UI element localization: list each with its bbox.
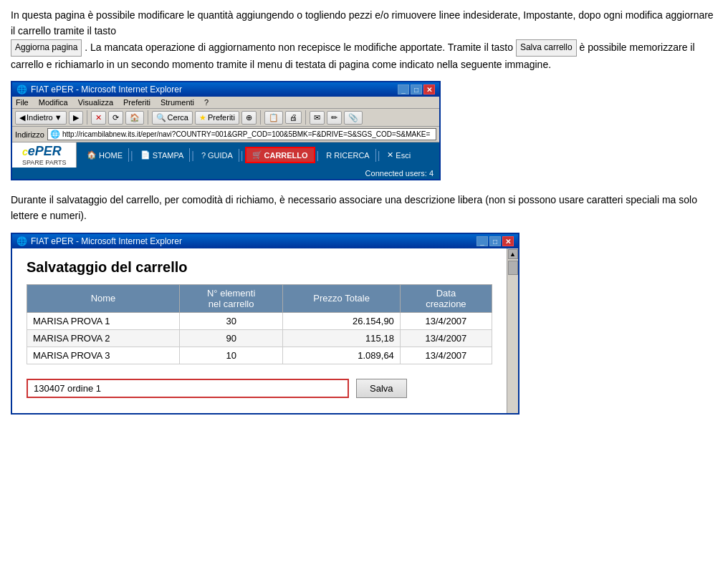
print-btn[interactable]: 🖨 xyxy=(285,111,302,124)
stop-icon: ✕ xyxy=(95,113,102,122)
aggiorna-pagina-btn[interactable]: Aggiorna pagina xyxy=(11,39,82,56)
col-nome: Nome xyxy=(27,284,180,312)
favorites-label: Preferiti xyxy=(208,113,235,122)
row3-prezzo: 1.089,64 xyxy=(283,347,401,364)
home-btn[interactable]: 🏠 xyxy=(125,111,144,125)
nav-carrello[interactable]: 🛒 CARRELLO xyxy=(245,147,315,163)
scroll-thumb[interactable] xyxy=(508,261,518,275)
connected-users-label: Connected users: 4 xyxy=(365,169,434,178)
nav-ricerca[interactable]: R RICERCA xyxy=(320,149,375,162)
browser-screenshot-2: 🌐 FIAT ePER - Microsoft Internet Explore… xyxy=(11,233,519,415)
address-url: http://ricambilabnew.its.it/eper/navi?CO… xyxy=(62,130,430,138)
media-btn[interactable]: ⊕ xyxy=(241,111,257,125)
window-controls-1: _ □ ✕ xyxy=(398,84,435,95)
back-btn[interactable]: ◀ Indietro ▼ xyxy=(15,111,67,125)
help-nav-icon: ? xyxy=(201,151,206,160)
refresh-icon: ⟳ xyxy=(112,113,119,122)
row1-prezzo: 26.154,90 xyxy=(283,312,401,329)
nav-guida[interactable]: ? GUIDA xyxy=(196,149,239,162)
clip-icon: 📎 xyxy=(348,113,358,122)
history-icon: 📋 xyxy=(269,113,279,122)
spare-parts-label: SPARE PARTS xyxy=(18,159,70,166)
print-nav-icon: 📄 xyxy=(140,150,150,160)
nav-stampa-label: STAMPA xyxy=(153,151,184,160)
close-btn-2[interactable]: ✕ xyxy=(502,236,514,246)
back-label: Indietro xyxy=(27,113,53,122)
extra-btn-2[interactable]: 📎 xyxy=(344,111,363,125)
home-icon: 🏠 xyxy=(130,113,140,122)
nav-stampa[interactable]: 📄 STAMPA xyxy=(135,148,191,162)
window-controls-2: _ □ ✕ xyxy=(476,236,514,246)
toolbar-sep-4 xyxy=(305,110,306,125)
col-elementi: N° elementinel carrello xyxy=(179,284,282,312)
scroll-up-btn[interactable]: ▲ xyxy=(508,249,518,259)
menu-modifica[interactable]: Modifica xyxy=(39,98,68,107)
maximize-btn-2[interactable]: □ xyxy=(489,236,501,246)
save-name-input[interactable] xyxy=(27,379,349,398)
favorites-btn[interactable]: ★ Preferiti xyxy=(195,111,239,125)
back-dropdown-icon: ▼ xyxy=(54,113,62,122)
saved-carts-table: Nome N° elementinel carrello Prezzo Tota… xyxy=(27,284,492,364)
home-nav-icon: 🏠 xyxy=(87,150,97,160)
row2-prezzo: 115,18 xyxy=(283,329,401,347)
extra-btn-1[interactable]: ✏ xyxy=(327,111,342,125)
row1-nome: MARISA PROVA 1 xyxy=(27,312,180,329)
eper-logo: cePER xyxy=(18,144,70,159)
minimize-btn-2[interactable]: _ xyxy=(476,236,488,246)
address-bar-1: Indirizzo 🌐 http://ricambilabnew.its.it/… xyxy=(12,127,439,142)
star-icon: ★ xyxy=(199,113,206,122)
stop-btn[interactable]: ✕ xyxy=(91,111,106,125)
toolbar-sep-2 xyxy=(148,110,148,125)
mail-btn[interactable]: ✉ xyxy=(310,111,325,125)
browser-title-2: FIAT ePER - Microsoft Internet Explorer xyxy=(31,236,182,246)
browser-screenshot-1: 🌐 FIAT ePER - Microsoft Internet Explore… xyxy=(11,81,441,180)
mail-icon: ✉ xyxy=(314,113,320,122)
refresh-btn[interactable]: ⟳ xyxy=(108,111,123,125)
browser-titlebar-2: 🌐 FIAT ePER - Microsoft Internet Explore… xyxy=(12,234,518,248)
browser-title-1: FIAT ePER - Microsoft Internet Explorer xyxy=(31,84,182,95)
row2-elementi: 90 xyxy=(179,329,282,347)
nav-esci[interactable]: ✕ Esci xyxy=(381,148,416,162)
menu-preferiti[interactable]: Preferiti xyxy=(123,98,150,107)
toolbar-sep-1 xyxy=(87,110,87,125)
col-data: Datacreazione xyxy=(400,284,492,312)
nav-home[interactable]: 🏠 HOME xyxy=(81,148,129,162)
nav-carrello-label: CARRELLO xyxy=(264,151,308,160)
browser-icon-2: 🌐 xyxy=(16,236,27,246)
print-icon: 🖨 xyxy=(289,113,297,122)
toolbar-sep-3 xyxy=(260,110,261,125)
modal-content-area: Salvataggio del carrello Nome N° element… xyxy=(12,248,507,413)
maximize-btn-1[interactable]: □ xyxy=(411,84,422,95)
forward-btn[interactable]: ▶ xyxy=(69,111,83,125)
col-prezzo: Prezzo Totale xyxy=(283,284,401,312)
intro-text-part2: . La mancata operazione di aggiornamento… xyxy=(85,42,513,53)
search-btn[interactable]: 🔍 Cerca xyxy=(152,111,193,125)
salva-carrello-btn[interactable]: Salva carrello xyxy=(516,39,577,56)
close-btn-1[interactable]: ✕ xyxy=(423,84,435,95)
minimize-btn-1[interactable]: _ xyxy=(398,84,409,95)
scrollbar-2[interactable]: ▲ xyxy=(507,248,518,413)
table-row: MARISA PROVA 2 90 115,18 13/4/2007 xyxy=(27,329,492,347)
row3-elementi: 10 xyxy=(179,347,282,364)
nav-area-1: cePER SPARE PARTS 🏠 HOME | 📄 STAMPA | ? … xyxy=(12,142,439,168)
second-paragraph: Durante il salvataggio del carrello, per… xyxy=(11,192,717,224)
browser-icon-1: 🌐 xyxy=(16,84,27,95)
row1-data: 13/4/2007 xyxy=(400,312,492,329)
table-row: MARISA PROVA 1 30 26.154,90 13/4/2007 xyxy=(27,312,492,329)
search-label: Cerca xyxy=(168,113,188,122)
nav-ricerca-label: RICERCA xyxy=(334,151,370,160)
row3-nome: MARISA PROVA 3 xyxy=(27,347,180,364)
history-btn[interactable]: 📋 xyxy=(264,111,283,125)
nav-home-label: HOME xyxy=(99,151,123,160)
browser-menubar-1: File Modifica Visualizza Preferiti Strum… xyxy=(12,97,439,109)
menu-file[interactable]: File xyxy=(16,98,29,107)
nav-esci-label: Esci xyxy=(396,151,411,160)
menu-help[interactable]: ? xyxy=(204,98,209,107)
address-label: Indirizzo xyxy=(15,130,44,139)
menu-visualizza[interactable]: Visualizza xyxy=(78,98,113,107)
media-icon: ⊕ xyxy=(246,113,252,122)
save-button[interactable]: Salva xyxy=(356,379,407,398)
address-input-1[interactable]: 🌐 http://ricambilabnew.its.it/eper/navi?… xyxy=(47,128,436,140)
menu-strumenti[interactable]: Strumenti xyxy=(161,98,194,107)
row3-data: 13/4/2007 xyxy=(400,347,492,364)
